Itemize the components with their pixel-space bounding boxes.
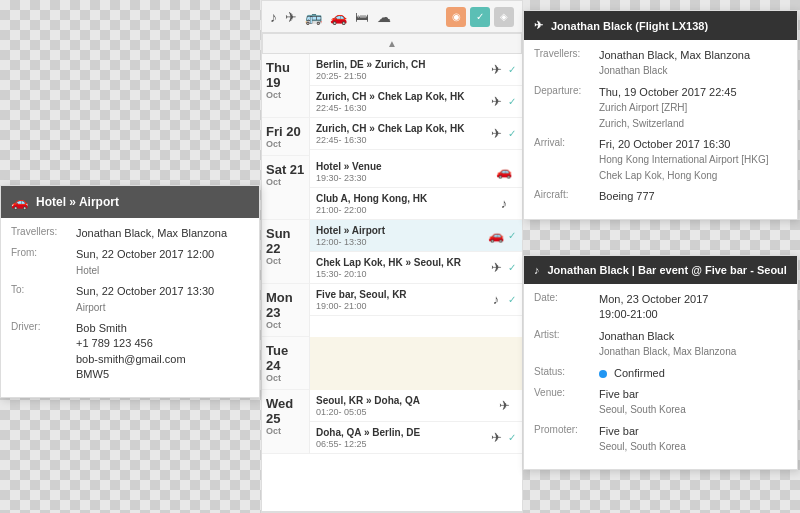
event-status: ✓ <box>508 128 516 139</box>
detail-label: From: <box>11 247 76 278</box>
detail-value: Mon, 23 October 201719:00-21:00 <box>599 292 787 323</box>
cloud-icon: ☁ <box>377 9 391 25</box>
filter-btn-gray[interactable]: ◈ <box>494 7 514 27</box>
day-num: Tue 24 <box>266 343 305 373</box>
event-row[interactable]: Seoul, KR » Doha, QA 01:20- 05:05 ✈ <box>310 390 522 422</box>
event-type-icon: ✈ <box>488 94 504 109</box>
date-label-tue24: Tue 24 Oct <box>262 337 310 390</box>
detail-value: Sun, 22 October 2017 12:00 Hotel <box>76 247 249 278</box>
month-label: Oct <box>266 320 305 330</box>
detail-sub: Airport <box>76 302 105 313</box>
event-location: Zurich, CH » Chek Lap Kok, HK <box>316 122 484 135</box>
flight-panel-header: ✈ Jonathan Black (Flight LX138) <box>524 11 797 40</box>
event-row-highlighted[interactable]: Hotel » Airport 12:00- 13:30 🚗 ✓ <box>310 220 522 252</box>
filter-btn-orange[interactable]: ◉ <box>446 7 466 27</box>
event-row[interactable]: Club A, Hong Kong, HK 21:00- 22:00 ♪ <box>310 188 522 220</box>
car-icon: 🚗 <box>330 9 347 25</box>
event-row[interactable]: Zurich, CH » Chek Lap Kok, HK 22:45- 16:… <box>310 118 522 150</box>
event-status: ✓ <box>508 432 516 443</box>
bar-event-date: Date: Mon, 23 October 201719:00-21:00 <box>534 292 787 323</box>
event-location: Five bar, Seoul, KR <box>316 288 484 301</box>
detail-label: Venue: <box>534 387 599 418</box>
status-dot-confirmed <box>599 370 607 378</box>
detail-label: Departure: <box>534 85 599 131</box>
event-row[interactable]: Berlin, DE » Zurich, CH 20:25- 21:50 ✈ ✓ <box>310 54 522 86</box>
month-label: Oct <box>266 373 305 383</box>
flight-detail-travellers: Travellers: Jonathan Black, Max Blanzona… <box>534 48 787 79</box>
event-status: ✓ <box>508 230 516 241</box>
timeline-panel: ♪ ✈ 🚌 🚗 🛏 ☁ ◉ ✓ ◈ ▲ Thu 19 Oct <box>261 0 523 513</box>
event-info: Hotel » Airport 12:00- 13:30 <box>316 224 484 247</box>
event-row[interactable]: Chek Lap Kok, HK » Seoul, KR 15:30- 20:1… <box>310 252 522 284</box>
event-type-icon: ✈ <box>488 430 504 445</box>
event-type-icon: ✈ <box>488 62 504 77</box>
detail-value: Confirmed <box>599 366 787 381</box>
timeline-icons: ♪ ✈ 🚌 🚗 🛏 ☁ <box>270 9 436 25</box>
flight-panel-icon: ✈ <box>534 19 543 32</box>
detail-value: Jonathan Black Jonathan Black, Max Blanz… <box>599 329 787 360</box>
event-time: 19:00- 21:00 <box>316 301 484 311</box>
date-events-sun22: Hotel » Airport 12:00- 13:30 🚗 ✓ Chek La… <box>310 220 522 284</box>
day-num: Sun 22 <box>266 226 305 256</box>
event-time: 15:30- 20:10 <box>316 269 484 279</box>
day-num: Thu 19 <box>266 60 305 90</box>
hotel-airport-panel-header: 🚗 Hotel » Airport <box>1 186 259 218</box>
day-num: Fri 20 <box>266 124 305 139</box>
event-row[interactable]: Zurich, CH » Chek Lap Kok, HK 22:45- 16:… <box>310 86 522 118</box>
detail-sub: Jonathan Black <box>599 65 667 76</box>
event-type-icon: ✈ <box>488 126 504 141</box>
month-label: Oct <box>266 177 305 187</box>
event-info: Doha, QA » Berlin, DE 06:55- 12:25 <box>316 426 484 449</box>
date-events-wed25: Seoul, KR » Doha, QA 01:20- 05:05 ✈ Doha… <box>310 390 522 454</box>
hotel-airport-panel-body: Travellers: Jonathan Black, Max Blanzona… <box>1 218 259 397</box>
date-group-fri20: Fri 20 Oct Zurich, CH » Chek Lap Kok, HK… <box>262 118 522 156</box>
event-row[interactable]: Hotel » Venue 19:30- 23:30 🚗 <box>310 156 522 188</box>
detail-label: Driver: <box>11 321 76 383</box>
detail-label: Arrival: <box>534 137 599 183</box>
date-label-sat21: Sat 21 Oct <box>262 156 310 220</box>
flight-icon: ✈ <box>285 9 297 25</box>
detail-value: Jonathan Black, Max Blanzona <box>76 226 249 241</box>
event-location: Hotel » Venue <box>316 160 492 173</box>
bus-icon: 🚌 <box>305 9 322 25</box>
day-num: Mon 23 <box>266 290 305 320</box>
detail-label: Aircraft: <box>534 189 599 204</box>
bar-event-icon: ♪ <box>534 264 540 276</box>
event-time: 22:45- 16:30 <box>316 135 484 145</box>
main-container: ♪ ✈ 🚌 🚗 🛏 ☁ ◉ ✓ ◈ ▲ Thu 19 Oct <box>0 0 800 513</box>
event-status: ✓ <box>508 294 516 305</box>
detail-value: Bob Smith+1 789 123 456bob-smith@gmail.c… <box>76 321 249 383</box>
music-icon: ♪ <box>270 9 277 25</box>
event-location: Club A, Hong Kong, HK <box>316 192 492 205</box>
date-group-sat21: Sat 21 Oct Hotel » Venue 19:30- 23:30 🚗 <box>262 156 522 220</box>
flight-detail-arrival: Arrival: Fri, 20 October 2017 16:30 Hong… <box>534 137 787 183</box>
detail-label: Date: <box>534 292 599 323</box>
detail-sub: Hong Kong International Airport [HKG]Che… <box>599 154 769 180</box>
date-label-mon23: Mon 23 Oct <box>262 284 310 337</box>
event-info: Club A, Hong Kong, HK 21:00- 22:00 <box>316 192 492 215</box>
filter-btn-teal[interactable]: ✓ <box>470 7 490 27</box>
event-time: 21:00- 22:00 <box>316 205 492 215</box>
event-time: 12:00- 13:30 <box>316 237 484 247</box>
event-row[interactable]: Five bar, Seoul, KR 19:00- 21:00 ♪ ✓ <box>310 284 522 316</box>
date-events-mon23: Five bar, Seoul, KR 19:00- 21:00 ♪ ✓ <box>310 284 522 337</box>
detail-value: Sun, 22 October 2017 13:30 Airport <box>76 284 249 315</box>
detail-label: To: <box>11 284 76 315</box>
scroll-up-btn[interactable]: ▲ <box>262 33 522 54</box>
hotel-airport-panel: 🚗 Hotel » Airport Travellers: Jonathan B… <box>0 185 260 398</box>
detail-value: Five bar Seoul, South Korea <box>599 424 787 455</box>
detail-value: Jonathan Black, Max Blanzona Jonathan Bl… <box>599 48 787 79</box>
detail-row-travellers: Travellers: Jonathan Black, Max Blanzona <box>11 226 249 241</box>
timeline-header: ♪ ✈ 🚌 🚗 🛏 ☁ ◉ ✓ ◈ <box>262 1 522 33</box>
detail-label: Promoter: <box>534 424 599 455</box>
detail-sub: Jonathan Black, Max Blanzona <box>599 346 736 357</box>
flight-detail-aircraft: Aircraft: Boeing 777 <box>534 189 787 204</box>
month-label: Oct <box>266 256 305 266</box>
event-info: Zurich, CH » Chek Lap Kok, HK 22:45- 16:… <box>316 122 484 145</box>
flight-panel: ✈ Jonathan Black (Flight LX138) Travelle… <box>523 10 798 220</box>
event-row[interactable]: Doha, QA » Berlin, DE 06:55- 12:25 ✈ ✓ <box>310 422 522 454</box>
day-num: Wed 25 <box>266 396 305 426</box>
detail-sub: Seoul, South Korea <box>599 441 686 452</box>
detail-label: Travellers: <box>11 226 76 241</box>
event-info: Berlin, DE » Zurich, CH 20:25- 21:50 <box>316 58 484 81</box>
